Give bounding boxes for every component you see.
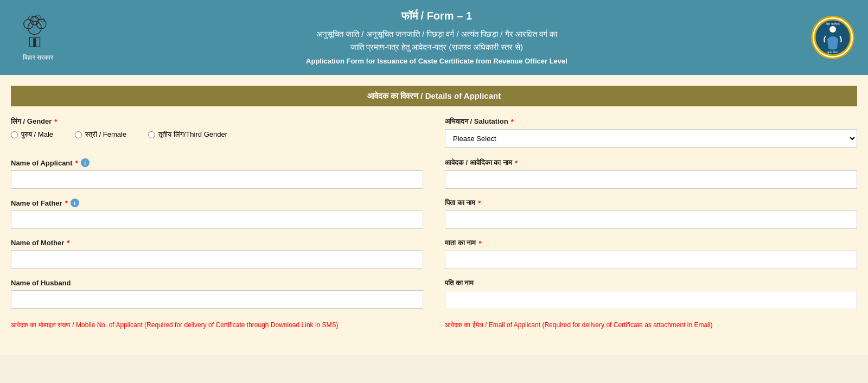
gender-male-label: पुरुष / Male xyxy=(21,130,53,139)
name-father-en-input[interactable] xyxy=(11,210,423,229)
svg-text:बिहार समाजिक: बिहार समाजिक xyxy=(825,22,839,25)
bihar-gov-logo-icon xyxy=(19,14,57,52)
gender-male-option[interactable]: पुरुष / Male xyxy=(11,130,53,139)
name-mother-hi-input[interactable] xyxy=(445,251,857,269)
name-mother-hi-col: माता का नाम * xyxy=(445,239,857,269)
svg-rect-0 xyxy=(33,39,36,47)
name-father-hi-col: पिता का नाम * xyxy=(445,199,857,229)
samajik-suraksha-icon: बिहार समाजिक सुधार विभाग xyxy=(814,18,852,56)
mobile-note-col: आवेदक का मोबाइल संख्या / Mobile No. of A… xyxy=(11,319,423,329)
salutation-section: अभिवादन / Salutation * Please Select श्र… xyxy=(445,117,857,148)
name-applicant-en-input[interactable] xyxy=(11,170,423,189)
name-mother-hi-star: * xyxy=(478,239,481,247)
name-applicant-hi-label: आवेदक / आवेदिका का नाम * xyxy=(445,158,857,167)
main-content: आवेदक का विवरण / Details of Applicant लि… xyxy=(0,75,868,355)
name-applicant-info-icon[interactable]: i xyxy=(81,158,90,167)
gender-male-radio[interactable] xyxy=(11,131,18,138)
name-father-hi-label: पिता का नाम * xyxy=(445,199,857,207)
section-header: आवेदक का विवरण / Details of Applicant xyxy=(11,86,857,106)
page-header: बिहार सरकार फॉर्म / Form – 1 अनुसूचित जा… xyxy=(0,0,868,75)
name-husband-hi-col: पति का नाम xyxy=(445,279,857,309)
svg-text:सुधार विभाग: सुधार विभाग xyxy=(827,50,838,54)
svg-point-10 xyxy=(829,26,836,33)
gender-section: लिंग / Gender * पुरुष / Male स्त्री / Fe… xyxy=(11,117,423,148)
name-mother-hi-label: माता का नाम * xyxy=(445,239,857,247)
name-mother-en-input[interactable] xyxy=(11,250,423,269)
gender-required-star: * xyxy=(54,118,57,126)
hindi-subtitle: अनुसूचित जाति / अनुसूचित जनजाति / पिछड़ा… xyxy=(76,28,797,54)
name-husband-hi-label: पति का नाम xyxy=(445,279,857,288)
name-applicant-hi-star: * xyxy=(515,159,518,167)
gender-female-radio[interactable] xyxy=(75,131,82,138)
mobile-note-text: आवेदक का मोबाइल संख्या / Mobile No. of A… xyxy=(11,321,423,329)
email-note-text: आवेदक का ईमेल / Email of Applicant (Requ… xyxy=(445,321,857,329)
name-applicant-hi-col: आवेदक / आवेदिका का नाम * xyxy=(445,158,857,189)
form-title: फॉर्म / Form – 1 xyxy=(76,10,797,22)
name-husband-en-label: Name of Husband xyxy=(11,279,423,287)
name-father-hi-star: * xyxy=(478,199,481,207)
header-center: फॉर्म / Form – 1 अनुसूचित जाति / अनुसूचि… xyxy=(65,10,808,65)
svg-point-2 xyxy=(28,21,42,35)
gender-female-label: स्त्री / Female xyxy=(85,130,126,139)
svg-point-7 xyxy=(36,15,41,20)
gender-salutation-row: लिंग / Gender * पुरुष / Male स्त्री / Fe… xyxy=(11,117,857,148)
husband-name-row: Name of Husband पति का नाम xyxy=(11,279,857,309)
gender-third-label: तृतीय लिंग/Third Gender xyxy=(158,130,227,139)
email-note-col: आवेदक का ईमेल / Email of Applicant (Requ… xyxy=(445,319,857,329)
name-applicant-en-star: * xyxy=(75,159,78,167)
salutation-select[interactable]: Please Select श्री / Shri श्रीमती / Smt.… xyxy=(445,129,857,148)
right-circle-logo: बिहार समाजिक सुधार विभाग xyxy=(811,16,854,59)
english-subtitle: Application Form for Issuance of Caste C… xyxy=(76,57,797,65)
gender-options-group: पुरुष / Male स्त्री / Female तृतीय लिंग/… xyxy=(11,130,423,139)
name-husband-en-input[interactable] xyxy=(11,290,423,309)
name-mother-en-star: * xyxy=(67,239,69,247)
name-mother-en-col: Name of Mother * xyxy=(11,239,423,269)
name-husband-hi-input[interactable] xyxy=(445,291,857,309)
salutation-label: अभिवादन / Salutation * xyxy=(445,117,857,126)
right-logo-container: बिहार समाजिक सुधार विभाग xyxy=(808,16,857,59)
gender-female-option[interactable]: स्त्री / Female xyxy=(75,130,126,139)
name-applicant-hi-input[interactable] xyxy=(445,170,857,189)
name-applicant-en-col: Name of Applicant * i xyxy=(11,158,423,189)
applicant-name-row: Name of Applicant * i आवेदक / आवेदिका का… xyxy=(11,158,857,189)
salutation-required-star: * xyxy=(511,118,514,126)
name-father-hi-input[interactable] xyxy=(445,210,857,229)
name-mother-en-label: Name of Mother * xyxy=(11,239,423,247)
name-father-en-label: Name of Father * i xyxy=(11,199,423,207)
name-husband-en-col: Name of Husband xyxy=(11,279,423,309)
name-father-en-col: Name of Father * i xyxy=(11,199,423,229)
gender-third-radio[interactable] xyxy=(148,131,155,138)
name-father-info-icon[interactable]: i xyxy=(71,199,79,207)
mobile-email-note-row: आवेदक का मोबाइल संख्या / Mobile No. of A… xyxy=(11,319,857,329)
mother-name-row: Name of Mother * माता का नाम * xyxy=(11,239,857,269)
left-logo-container: बिहार सरकार xyxy=(11,14,65,61)
gender-third-option[interactable]: तृतीय लिंग/Third Gender xyxy=(148,130,227,139)
gender-label: लिंग / Gender * xyxy=(11,117,423,126)
name-applicant-en-label: Name of Applicant * i xyxy=(11,158,423,167)
father-name-row: Name of Father * i पिता का नाम * xyxy=(11,199,857,229)
gov-label: बिहार सरकार xyxy=(23,54,53,61)
name-father-en-star: * xyxy=(65,199,68,207)
